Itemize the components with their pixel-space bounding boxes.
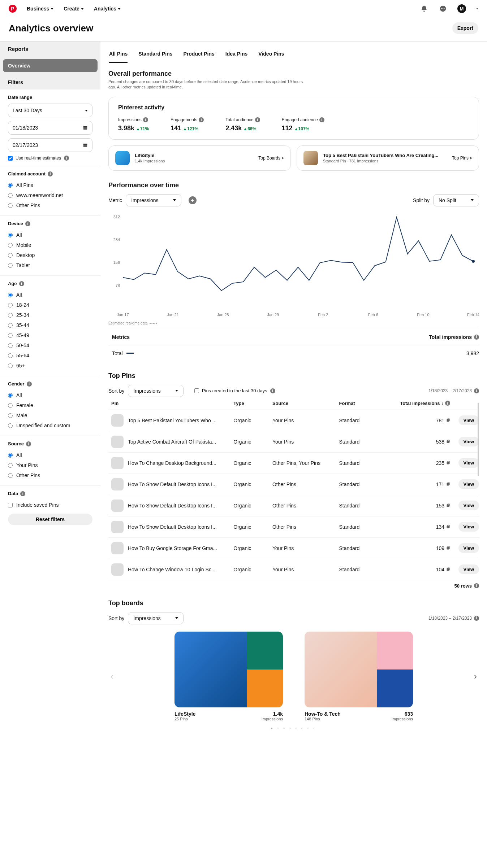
- view-button[interactable]: View: [458, 501, 479, 510]
- view-button[interactable]: View: [458, 522, 479, 532]
- date-to-input[interactable]: 02/17/2023: [8, 138, 92, 152]
- pin-source: Other Pins, Your Pins: [272, 460, 339, 466]
- info-icon: i: [64, 156, 69, 161]
- nav-business[interactable]: Business: [27, 6, 53, 12]
- claimed-all[interactable]: All Pins: [8, 180, 92, 190]
- pin-title: How To Buy Google Storage For Gma...: [128, 545, 217, 551]
- board-card[interactable]: How-To & Tech 148 Pins 633 Impressions: [305, 632, 413, 721]
- age-all[interactable]: All: [8, 290, 92, 300]
- device-desktop[interactable]: Desktop: [8, 250, 92, 260]
- pin-format: Standard: [339, 481, 389, 487]
- view-button[interactable]: View: [458, 437, 479, 446]
- created-filter-checkbox[interactable]: Pins created in the last 30 daysi: [194, 388, 275, 393]
- date-range-select[interactable]: Last 30 Days: [8, 104, 92, 117]
- info-icon: i: [255, 117, 260, 122]
- copy-icon[interactable]: [446, 546, 450, 550]
- logo[interactable]: P: [9, 5, 17, 13]
- include-saved-checkbox[interactable]: Include saved Pins: [8, 500, 92, 510]
- copy-icon[interactable]: [446, 418, 450, 423]
- age-35-44[interactable]: 35-44: [8, 320, 92, 330]
- nav-create[interactable]: Create: [64, 6, 84, 12]
- realtime-checkbox[interactable]: Use real-time estimates i: [8, 156, 92, 161]
- claimed-other[interactable]: Other Pins: [8, 200, 92, 210]
- top-board-card[interactable]: LifeStyle 1.4k Impressions Top Boards: [108, 145, 291, 171]
- view-button[interactable]: View: [458, 564, 479, 574]
- age-55-64[interactable]: 55-64: [8, 350, 92, 361]
- source-other[interactable]: Other Pins: [8, 470, 92, 480]
- gender-unspec[interactable]: Unspecified and custom: [8, 420, 92, 431]
- top-boards-link[interactable]: Top Boards: [258, 156, 284, 161]
- claimed-site[interactable]: www.meersworld.net: [8, 190, 92, 200]
- scrollbar[interactable]: [478, 403, 479, 476]
- tab-idea-pins[interactable]: Idea Pins: [225, 51, 247, 63]
- boards-next-arrow[interactable]: ›: [472, 671, 479, 681]
- notifications-icon[interactable]: [420, 4, 428, 13]
- export-button[interactable]: Export: [452, 22, 478, 34]
- col-impressions[interactable]: Total impressions ↓ i: [389, 401, 450, 406]
- svg-text:78: 78: [116, 283, 120, 287]
- age-18-24[interactable]: 18-24: [8, 300, 92, 310]
- gender-male[interactable]: Male: [8, 410, 92, 420]
- info-icon: i: [26, 441, 31, 446]
- top-board-title: LifeStyle: [135, 153, 165, 158]
- pin-source: Your Pins: [272, 545, 339, 551]
- copy-icon[interactable]: [446, 525, 450, 529]
- metric-select[interactable]: Impressions: [126, 194, 181, 206]
- col-format: Format: [339, 401, 389, 406]
- boards-prev-arrow[interactable]: ‹: [108, 671, 116, 681]
- source-your[interactable]: Your Pins: [8, 460, 92, 470]
- copy-icon[interactable]: [446, 567, 450, 572]
- age-50-54[interactable]: 50-54: [8, 340, 92, 350]
- pin-source: Your Pins: [272, 418, 339, 423]
- age-25-34[interactable]: 25-34: [8, 310, 92, 320]
- pin-impressions: 538: [389, 439, 450, 445]
- svg-text:234: 234: [113, 237, 120, 242]
- view-button[interactable]: View: [458, 458, 479, 468]
- gender-label: Genderi: [8, 381, 92, 387]
- device-mobile[interactable]: Mobile: [8, 240, 92, 250]
- pin-title: How To Show Default Desktop Icons I...: [128, 481, 217, 487]
- svg-text:156: 156: [113, 260, 120, 265]
- copy-icon[interactable]: [446, 503, 450, 508]
- info-icon: i: [199, 117, 204, 122]
- pin-title: Top 5 Best Pakistani YouTubers Who ...: [128, 418, 216, 423]
- copy-icon[interactable]: [446, 482, 450, 487]
- nav-analytics[interactable]: Analytics: [94, 6, 121, 12]
- age-45-49[interactable]: 45-49: [8, 330, 92, 340]
- view-button[interactable]: View: [458, 543, 479, 553]
- gender-all[interactable]: All: [8, 390, 92, 400]
- pin-thumbnail: [111, 500, 124, 512]
- top-boards-sort-select[interactable]: Impressions: [128, 612, 183, 624]
- board-name: How-To & Tech: [305, 711, 341, 717]
- device-tablet[interactable]: Tablet: [8, 260, 92, 270]
- view-button[interactable]: View: [458, 415, 479, 425]
- copy-icon[interactable]: [446, 461, 450, 465]
- top-pin-card[interactable]: Top 5 Best Pakistani YouTubers Who Are C…: [297, 145, 479, 171]
- messages-icon[interactable]: [439, 4, 447, 13]
- date-from-input[interactable]: 01/18/2023: [8, 121, 92, 135]
- source-all[interactable]: All: [8, 450, 92, 460]
- age-65-plus[interactable]: 65+: [8, 361, 92, 371]
- view-button[interactable]: View: [458, 479, 479, 489]
- add-metric-button[interactable]: +: [189, 196, 197, 204]
- tab-product-pins[interactable]: Product Pins: [184, 51, 215, 63]
- split-select[interactable]: No Split: [433, 194, 479, 206]
- svg-text:Feb 2: Feb 2: [318, 313, 328, 317]
- info-icon: i: [25, 221, 30, 226]
- device-all[interactable]: All: [8, 230, 92, 240]
- metric-label: Total audience i: [225, 117, 260, 122]
- gender-female[interactable]: Female: [8, 400, 92, 410]
- tab-all-pins[interactable]: All Pins: [109, 51, 128, 63]
- board-card[interactable]: LifeStyle 25 Pins 1.4k Impressions: [174, 632, 283, 721]
- tab-standard-pins[interactable]: Standard Pins: [138, 51, 172, 63]
- avatar[interactable]: M: [457, 4, 466, 13]
- tab-video-pins[interactable]: Video Pins: [258, 51, 284, 63]
- top-pins-sort-select[interactable]: Impressions: [128, 385, 183, 397]
- carousel-dots[interactable]: ● ○ ○ ○ ○ ○ ○ ○: [108, 726, 479, 730]
- copy-icon[interactable]: [446, 440, 450, 444]
- sidebar-item-overview[interactable]: Overview: [3, 59, 98, 72]
- top-pins-link[interactable]: Top Pins: [452, 156, 472, 161]
- overall-heading: Overall performance: [108, 70, 479, 78]
- account-menu-chevron[interactable]: [476, 8, 478, 9]
- reset-filters-button[interactable]: Reset filters: [8, 514, 92, 525]
